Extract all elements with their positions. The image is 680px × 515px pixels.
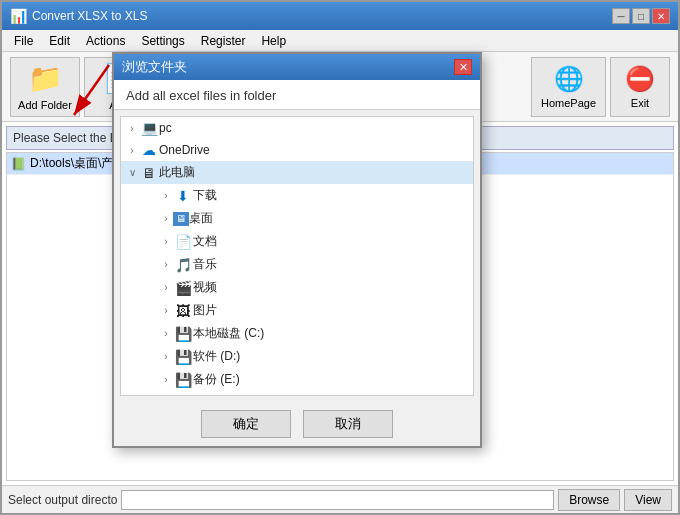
tree-label-drive-d: 软件 (D:)	[193, 348, 473, 365]
tree-label-desktop: 桌面	[189, 210, 473, 227]
tree-item-drive-e[interactable]: › 💾 备份 (E:)	[121, 368, 473, 391]
chevron-icon: ›	[159, 374, 173, 385]
main-window: 📊 Convert XLSX to XLS ─ □ ✕ File Edit Ac…	[0, 0, 680, 515]
thispc-icon: 🖥	[139, 165, 159, 181]
tree-item-desktop[interactable]: › 🖥 桌面	[121, 207, 473, 230]
dialog-footer: 确定 取消	[114, 402, 480, 446]
onedrive-icon: ☁	[139, 142, 159, 158]
tree-item-onedrive[interactable]: › ☁ OneDrive	[121, 139, 473, 161]
myeditor-icon: 📁	[139, 394, 159, 396]
dialog-subtitle: Add all excel files in folder	[114, 80, 480, 110]
tree-item-pc[interactable]: › 💻 pc	[121, 117, 473, 139]
pictures-icon: 🖼	[173, 303, 193, 319]
pc-icon: 💻	[139, 120, 159, 136]
documents-icon: 📄	[173, 234, 193, 250]
dialog-overlay: 浏览文件夹 ✕ Add all excel files in folder › …	[2, 2, 678, 513]
tree-label-documents: 文档	[193, 233, 473, 250]
expand-icon: ∨	[125, 167, 139, 178]
tree-label-pc: pc	[159, 121, 473, 135]
desktop-icon: 🖥	[173, 212, 189, 226]
tree-item-myeditor[interactable]: › 📁 MyEditor	[121, 391, 473, 396]
tree-label-thispc: 此电脑	[159, 164, 473, 181]
browse-folder-dialog: 浏览文件夹 ✕ Add all excel files in folder › …	[112, 52, 482, 448]
chevron-icon: ›	[125, 123, 139, 134]
tree-item-drive-d[interactable]: › 💾 软件 (D:)	[121, 345, 473, 368]
tree-label-pictures: 图片	[193, 302, 473, 319]
chevron-icon: ›	[159, 213, 173, 224]
music-icon: 🎵	[173, 257, 193, 273]
confirm-button[interactable]: 确定	[201, 410, 291, 438]
tree-label-drive-e: 备份 (E:)	[193, 371, 473, 388]
dialog-close-button[interactable]: ✕	[454, 59, 472, 75]
tree-item-videos[interactable]: › 🎬 视频	[121, 276, 473, 299]
chevron-icon: ›	[159, 259, 173, 270]
drive-e-icon: 💾	[173, 372, 193, 388]
cancel-button[interactable]: 取消	[303, 410, 393, 438]
chevron-icon: ›	[125, 145, 139, 156]
tree-label-onedrive: OneDrive	[159, 143, 473, 157]
tree-item-pictures[interactable]: › 🖼 图片	[121, 299, 473, 322]
dialog-title-bar: 浏览文件夹 ✕	[114, 54, 480, 80]
dialog-title: 浏览文件夹	[122, 58, 187, 76]
chevron-icon: ›	[159, 236, 173, 247]
tree-label-drive-c: 本地磁盘 (C:)	[193, 325, 473, 342]
chevron-icon: ›	[159, 305, 173, 316]
chevron-icon: ›	[159, 328, 173, 339]
chevron-icon: ›	[159, 351, 173, 362]
chevron-icon: ›	[159, 282, 173, 293]
tree-item-drive-c[interactable]: › 💾 本地磁盘 (C:)	[121, 322, 473, 345]
tree-label-myeditor: MyEditor	[159, 395, 473, 396]
tree-item-music[interactable]: › 🎵 音乐	[121, 253, 473, 276]
downloads-icon: ⬇	[173, 188, 193, 204]
folder-tree[interactable]: › 💻 pc › ☁ OneDrive ∨ 🖥 此电脑 › ⬇	[120, 116, 474, 396]
tree-label-music: 音乐	[193, 256, 473, 273]
tree-item-downloads[interactable]: › ⬇ 下载	[121, 184, 473, 207]
tree-label-videos: 视频	[193, 279, 473, 296]
tree-label-downloads: 下载	[193, 187, 473, 204]
chevron-icon: ›	[159, 190, 173, 201]
tree-item-documents[interactable]: › 📄 文档	[121, 230, 473, 253]
tree-item-thispc[interactable]: ∨ 🖥 此电脑	[121, 161, 473, 184]
videos-icon: 🎬	[173, 280, 193, 296]
drive-d-icon: 💾	[173, 349, 193, 365]
drive-c-icon: 💾	[173, 326, 193, 342]
